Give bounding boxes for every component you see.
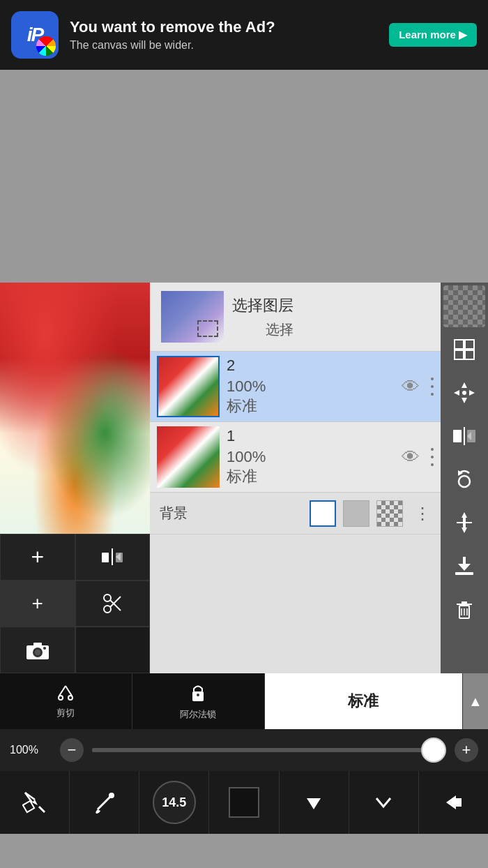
back-arrow-tool[interactable] (419, 771, 488, 834)
color-square[interactable] (229, 787, 259, 818)
blend-mode-button[interactable]: 标准 (265, 673, 463, 729)
svg-marker-20 (454, 390, 459, 396)
flip-button[interactable] (75, 534, 151, 581)
selection-tool[interactable] (0, 771, 70, 834)
bg-swatch-white[interactable] (310, 500, 336, 527)
bg-label: 背景 (160, 504, 303, 523)
svg-marker-19 (462, 398, 467, 403)
down-chevron-tool[interactable] (349, 771, 419, 834)
brush-size-circle[interactable]: 14.5 (153, 781, 196, 824)
flip-h-icon[interactable] (443, 415, 485, 457)
ad-logo-wheel (36, 36, 56, 56)
layer-panel: 选择图层 选择 2 100% 标准 👁 (150, 283, 441, 673)
layer-2-opacity: 100% (227, 377, 390, 396)
alpha-lock-icon (188, 682, 208, 707)
svg-rect-15 (465, 340, 474, 349)
left-panel: + + (0, 283, 150, 673)
toolbar-arrow-button[interactable]: ▲ (463, 673, 488, 729)
ad-text: You want to remove the Ad? The canvas wi… (70, 18, 378, 52)
left-controls: + + (0, 534, 150, 673)
svg-point-43 (59, 696, 63, 700)
select-icon[interactable] (443, 329, 485, 371)
layer-1-info: 1 100% 标准 (227, 427, 390, 487)
bg-row: 背景 ⋮ (150, 493, 441, 534)
ad-subtitle: The canvas will be wider. (70, 39, 378, 52)
ad-title: You want to remove the Ad? (70, 18, 378, 36)
add-button-2[interactable]: + (0, 581, 75, 627)
bg-swatch-gray[interactable] (343, 500, 369, 527)
svg-point-46 (197, 694, 199, 696)
layer-2-info: 2 100% 标准 (227, 357, 390, 417)
layer-2-number: 2 (227, 357, 390, 375)
layer-1-opacity: 100% (227, 448, 390, 466)
layer-1-eye-icon[interactable]: 👁 (402, 447, 420, 468)
svg-rect-16 (455, 350, 464, 359)
transform-icon[interactable] (443, 372, 485, 414)
cut-label: 剪切 (56, 707, 75, 719)
svg-point-11 (35, 650, 40, 655)
scissors-button[interactable] (75, 581, 151, 627)
resize-icon[interactable] (443, 502, 485, 544)
svg-marker-54 (307, 798, 321, 809)
learn-more-button[interactable]: Learn more ▶ (389, 23, 477, 47)
bg-swatch-checker[interactable] (376, 500, 403, 527)
color-swatch[interactable] (209, 771, 279, 834)
layer-1-menu-icon[interactable] (431, 447, 434, 467)
layer-1-item[interactable]: 1 100% 标准 👁 (150, 422, 441, 493)
opacity-slider[interactable] (92, 748, 446, 752)
ad-banner: iP You want to remove the Ad? The canvas… (0, 0, 488, 70)
opacity-row: 100% − + (0, 729, 488, 771)
blend-mode-label: 标准 (348, 691, 379, 712)
add-layer-button[interactable]: + (0, 534, 75, 581)
brush-size-indicator[interactable]: 14.5 (139, 771, 209, 834)
layer-1-number: 1 (227, 427, 390, 445)
layer-select-dashed (197, 320, 218, 337)
ad-logo: iP (11, 11, 59, 59)
opacity-thumb[interactable] (421, 738, 446, 763)
layer-select-sub: 选择 (232, 320, 293, 339)
svg-point-53 (109, 793, 114, 798)
cut-icon (55, 683, 76, 705)
artwork-preview-inner (0, 283, 150, 534)
camera-button[interactable] (0, 627, 75, 673)
layer-select-header: 选择图层 选择 (150, 283, 441, 352)
alpha-lock-button[interactable]: 阿尔法锁 (132, 673, 265, 729)
layer-2-menu-icon[interactable] (431, 376, 434, 397)
svg-marker-31 (462, 527, 467, 533)
svg-rect-35 (463, 557, 466, 565)
bg-more-icon[interactable]: ⋮ (414, 504, 431, 523)
svg-point-22 (462, 391, 466, 395)
opacity-minus-button[interactable]: − (60, 738, 84, 762)
svg-rect-14 (455, 340, 464, 349)
alpha-lock-label: 阿尔法锁 (180, 708, 216, 721)
canvas-area (0, 70, 488, 283)
opacity-plus-button[interactable]: + (455, 738, 478, 762)
svg-marker-18 (462, 382, 467, 388)
opacity-track (92, 748, 446, 752)
layer-select-texts: 选择图层 选择 (232, 295, 293, 339)
svg-line-52 (98, 795, 112, 809)
svg-point-44 (68, 696, 73, 700)
layer-2-item[interactable]: 2 100% 标准 👁 (150, 352, 441, 422)
svg-marker-55 (446, 795, 456, 809)
checker-pattern-icon[interactable] (443, 285, 485, 327)
layer-select-thumb (161, 291, 224, 343)
brush-tool[interactable] (70, 771, 139, 834)
svg-rect-39 (462, 601, 467, 604)
empty-ctrl (75, 627, 151, 673)
trash-icon[interactable] (443, 588, 485, 630)
layer-2-blend: 标准 (227, 396, 390, 417)
svg-marker-30 (462, 512, 467, 518)
brush-size-value: 14.5 (162, 795, 186, 810)
layer-select-title: 选择图层 (232, 295, 293, 316)
svg-rect-56 (456, 798, 462, 807)
layer-2-eye-icon[interactable]: 👁 (402, 376, 420, 398)
artwork-preview (0, 283, 150, 534)
main-row: + + (0, 283, 488, 673)
tool-bar: 14.5 (0, 771, 488, 834)
cut-button[interactable]: 剪切 (0, 673, 132, 729)
down-arrow-tool[interactable] (280, 771, 349, 834)
rotate-icon[interactable] (443, 458, 485, 500)
svg-marker-21 (469, 390, 475, 396)
download-icon[interactable] (443, 545, 485, 587)
